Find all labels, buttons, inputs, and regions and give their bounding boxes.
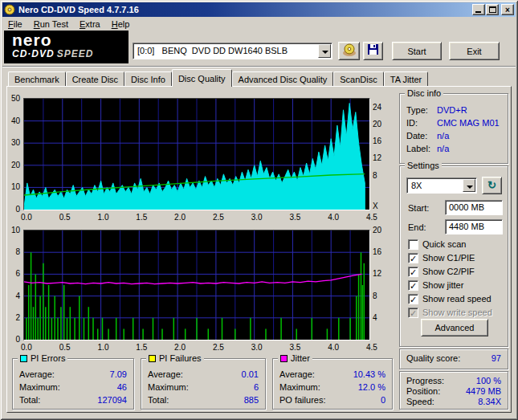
maximize-button[interactable] — [486, 4, 499, 15]
settings-title: Settings — [405, 161, 442, 171]
x-axis-tick: 1.0 — [98, 344, 114, 352]
stats-group-title: Jitter — [278, 353, 312, 364]
y-axis-tick-right: 8 — [373, 292, 387, 300]
progress-row: Position:4479 MB — [400, 385, 508, 396]
tab-benchmark[interactable]: Benchmark — [8, 71, 66, 86]
stats-rows: Average:10.43 %Maximum:12.0 %PO failures… — [273, 368, 392, 406]
jitter-row: Average:10.43 % — [273, 368, 392, 381]
pi-errors-row: Average:7.09 — [13, 368, 133, 381]
stats-rows: Average:0.01Maximum:6Total:885 — [141, 368, 265, 406]
jitter-row: PO failures:0 — [273, 393, 392, 406]
tab-ta-jitter[interactable]: TA Jitter — [384, 71, 429, 86]
statistics-row: PI ErrorsAverage:7.09Maximum:46Total:127… — [12, 358, 394, 410]
checkbox-box-icon[interactable]: ✓ — [408, 280, 418, 291]
stats-pi-failures-group: PI FailuresAverage:0.01Maximum:6Total:88… — [141, 358, 266, 410]
nero-logo-text: nero — [12, 31, 120, 49]
pi-errors-label: Total: — [19, 395, 40, 405]
stats-pi-errors-group: PI ErrorsAverage:7.09Maximum:46Total:127… — [12, 358, 134, 410]
end-position-label: End: — [408, 222, 426, 232]
pi-errors-row: Maximum:46 — [13, 381, 133, 393]
cddvd-speed-logo-text: CD·DVDSPEED — [12, 49, 120, 59]
jitter-row: Maximum:12.0 % — [273, 381, 392, 393]
pi-errors-color-swatch-icon — [20, 355, 27, 362]
drive-selector[interactable]: [0:0] BENQ DVD DD DW1640 BSLB — [133, 43, 332, 59]
y-axis-tick-right: 8 — [373, 172, 387, 180]
application-window: Nero CD-DVD Speed 4.7.7.16 × FileRun Tes… — [0, 0, 518, 420]
checkbox-show-write-speed: ✓Show write speed — [408, 307, 492, 318]
disc-info-value: n/a — [437, 131, 449, 141]
disc-info-label: Type: — [406, 105, 437, 115]
pi-errors-value: 7.09 — [110, 369, 127, 379]
y-axis-tick-left: 6 — [7, 270, 20, 278]
app-icon — [4, 4, 15, 15]
refresh-speeds-button[interactable]: ↻ — [482, 177, 502, 194]
y-axis-tick-right: 20 — [373, 120, 387, 128]
checkbox-show-c1-pie[interactable]: ✓Show C1/PIE — [408, 252, 475, 263]
pi-errors-row: Total:127094 — [13, 393, 133, 406]
start-position-label: Start: — [408, 203, 429, 213]
checkbox-box-icon[interactable]: ✓ — [408, 253, 418, 263]
checkbox-box-icon[interactable]: ✓ — [408, 267, 418, 277]
logo-cddvd: CD·DVD — [12, 48, 55, 59]
axis-unit-label: X — [373, 202, 387, 210]
checkbox-label: Show write speed — [422, 308, 492, 317]
jitter-color-swatch-icon — [280, 355, 288, 362]
nero-logo: nero CD·DVDSPEED — [4, 31, 128, 63]
tab-advanced-disc-quality[interactable]: Advanced Disc Quality — [232, 71, 334, 86]
checkbox-label: Show C1/PIE — [422, 253, 475, 263]
stats-group-title: PI Errors — [18, 353, 67, 364]
advanced-button[interactable]: Advanced — [421, 319, 488, 336]
y-axis-tick-right: 16 — [373, 248, 387, 256]
checkbox-box-icon[interactable] — [408, 239, 418, 250]
start-button[interactable]: Start — [392, 42, 442, 60]
checkbox-label: Show C2/PIF — [422, 267, 475, 276]
end-position-field[interactable]: 4480 MB — [445, 219, 503, 234]
menu-extra[interactable]: Extra — [74, 18, 106, 31]
pi-failures-value: 885 — [244, 395, 259, 405]
dropdown-arrow-icon[interactable] — [318, 44, 331, 58]
start-position-field[interactable]: 0000 MB — [445, 200, 503, 215]
menu-help[interactable]: Help — [106, 18, 136, 31]
x-axis-tick: 2.0 — [174, 214, 190, 222]
tab-disc-info[interactable]: Disc Info — [124, 71, 172, 86]
checkbox-show-read-speed[interactable]: ✓Show read speed — [408, 293, 491, 304]
menu-run-test[interactable]: Run Test — [28, 18, 74, 31]
close-button[interactable]: × — [501, 4, 514, 15]
y-axis-tick-left: 20 — [7, 161, 20, 169]
exit-button[interactable]: Exit — [449, 42, 500, 60]
tab-scandisc[interactable]: ScanDisc — [333, 71, 383, 86]
pi-errors-label: Maximum: — [19, 382, 60, 392]
jitter-label: PO failures: — [279, 395, 325, 405]
progress-label: Progress: — [406, 376, 444, 385]
disc-operations-button[interactable] — [338, 42, 360, 60]
x-axis-tick: 2.0 — [174, 344, 190, 352]
y-axis-tick-right: 16 — [373, 137, 387, 145]
x-axis-tick: 1.0 — [98, 214, 114, 222]
speed-selector[interactable]: 8X — [406, 177, 477, 194]
stats-title-text: Jitter — [291, 353, 310, 364]
dropdown-arrow-icon[interactable] — [463, 179, 475, 192]
minimize-button[interactable] — [472, 4, 485, 15]
tab-create-disc[interactable]: Create Disc — [66, 71, 124, 86]
save-results-button[interactable] — [363, 42, 383, 60]
checkbox-show-jitter[interactable]: ✓Show jitter — [408, 279, 463, 291]
checkbox-show-c2-pif[interactable]: ✓Show C2/PIF — [408, 266, 475, 277]
quality-score-row: Quality score: 97 — [400, 349, 508, 362]
disc-info-value: n/a — [437, 144, 449, 153]
y-axis-tick-left: 0 — [7, 206, 20, 214]
menu-file[interactable]: File — [2, 18, 28, 31]
pi-failures-label: Average: — [148, 369, 183, 379]
x-axis-tick: 1.5 — [136, 214, 152, 222]
tab-disc-quality[interactable]: Disc Quality — [172, 69, 232, 87]
quality-score-label: Quality score: — [406, 353, 460, 363]
checkbox-quick-scan[interactable]: Quick scan — [408, 239, 466, 250]
jitter-label: Maximum: — [279, 382, 320, 392]
y-axis-tick-right: 12 — [373, 270, 387, 278]
checkbox-label: Quick scan — [422, 239, 466, 249]
drive-selector-value: [0:0] BENQ DVD DD DW1640 BSLB — [137, 46, 288, 55]
x-axis-tick: 4.5 — [366, 214, 382, 222]
x-axis-tick: 3.0 — [251, 344, 267, 352]
checkbox-box-icon[interactable]: ✓ — [408, 294, 418, 304]
stats-group-title: PI Failures — [146, 353, 204, 364]
y-axis-tick-right: 20 — [373, 226, 387, 234]
